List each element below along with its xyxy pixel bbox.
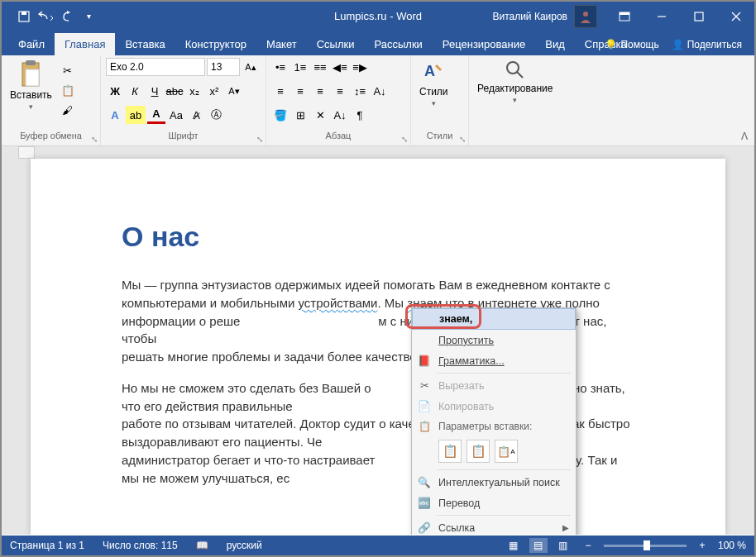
sort-az-icon[interactable]: A↓ [331, 106, 349, 124]
line-spacing-icon[interactable]: ↕≡ [351, 82, 369, 100]
change-case-icon[interactable]: Aa [167, 106, 185, 124]
align-center-icon[interactable]: ≡ [291, 82, 309, 100]
search-icon [505, 60, 526, 81]
tab-insert[interactable]: Вставка [115, 33, 175, 55]
numbering-icon[interactable]: 1≡ [291, 58, 309, 76]
ctx-translate[interactable]: 🔤Перевод [412, 493, 576, 513]
user-avatar-icon[interactable] [574, 5, 597, 28]
document-page[interactable]: О нас Мы — группа энтузиастов одержимых … [31, 159, 725, 535]
quick-access-toolbar: ▾ [2, 7, 98, 26]
font-launcher-icon[interactable]: ⤡ [256, 135, 263, 144]
editing-button[interactable]: Редактирование ▾ [474, 58, 556, 106]
text-effects-icon[interactable]: A [106, 106, 124, 124]
multilevel-icon[interactable]: ≡≡ [311, 58, 329, 76]
save-icon[interactable] [14, 7, 34, 26]
zoom-out-icon[interactable]: − [579, 538, 597, 553]
asian-layout-icon[interactable]: ✕ [311, 106, 329, 124]
tab-design[interactable]: Конструктор [175, 33, 256, 55]
borders-icon[interactable]: ⊞ [291, 106, 309, 124]
read-mode-icon[interactable]: ▦ [505, 538, 523, 553]
increase-indent-icon[interactable]: ≡▶ [351, 58, 369, 76]
qat-customize-icon[interactable]: ▾ [79, 7, 98, 26]
ctx-grammar[interactable]: 📕Грамматика... [412, 350, 576, 371]
tab-layout[interactable]: Макет [256, 33, 307, 55]
status-language[interactable]: русский [227, 540, 262, 551]
superscript-icon[interactable]: x² [205, 82, 223, 100]
chevron-down-icon: ▾ [513, 96, 517, 104]
user-name[interactable]: Виталий Каиров [492, 11, 567, 22]
ctx-suggestion[interactable]: знаем, [412, 308, 576, 330]
shrink-font-icon[interactable]: A▾ [225, 82, 243, 100]
highlight-icon[interactable]: ab [126, 106, 146, 124]
font-color-icon[interactable]: A [147, 106, 165, 124]
status-word-count[interactable]: Число слов: 115 [103, 540, 178, 551]
print-layout-icon[interactable]: ▤ [529, 538, 548, 553]
tab-file[interactable]: Файл [8, 33, 55, 55]
format-painter-icon[interactable]: 🖌 [59, 101, 77, 119]
grow-font-icon[interactable]: A▴ [242, 58, 260, 76]
ctx-copy: 📄Копировать [412, 396, 576, 417]
italic-icon[interactable]: К [126, 82, 144, 100]
bold-icon[interactable]: Ж [106, 82, 124, 100]
styles-launcher-icon[interactable]: ⤡ [459, 135, 466, 144]
paste-label: Вставить [10, 89, 52, 101]
align-right-icon[interactable]: ≡ [311, 82, 329, 100]
ctx-separator [437, 373, 571, 374]
paste-button[interactable]: Вставить ▾ [7, 58, 55, 112]
styles-button[interactable]: A Стили ▾ [416, 58, 452, 109]
clear-formatting-icon[interactable]: A̷ [187, 106, 205, 124]
strike-icon[interactable]: abc [165, 82, 184, 100]
cut-icon[interactable]: ✂ [59, 61, 77, 79]
shading-icon[interactable]: 🪣 [271, 106, 289, 124]
tab-home[interactable]: Главная [55, 33, 115, 55]
paste-keep-formatting-icon[interactable]: 📋 [438, 440, 462, 463]
zoom-in-icon[interactable]: + [693, 538, 711, 553]
font-size-select[interactable] [207, 58, 240, 76]
undo-icon[interactable] [36, 7, 55, 26]
minimize-button[interactable] [643, 2, 680, 31]
decrease-indent-icon[interactable]: ◀≡ [331, 58, 349, 76]
paragraph-launcher-icon[interactable]: ⤡ [401, 135, 408, 144]
align-left-icon[interactable]: ≡ [271, 82, 289, 100]
maximize-button[interactable] [680, 2, 717, 31]
underline-icon[interactable]: Ч [146, 82, 164, 100]
status-bar: Страница 1 из 1 Число слов: 115 📖 русски… [2, 536, 754, 555]
clipboard-launcher-icon[interactable]: ⤡ [91, 135, 98, 144]
tab-review[interactable]: Рецензирование [433, 33, 535, 55]
tab-references[interactable]: Ссылки [307, 33, 365, 55]
tab-mailings[interactable]: Рассылки [364, 33, 432, 55]
ctx-link[interactable]: 🔗Ссылка▶ [412, 517, 576, 535]
paste-text-only-icon[interactable]: 📋A [495, 440, 518, 463]
sort-icon[interactable]: A↓ [371, 82, 389, 100]
collapse-ribbon-icon[interactable]: ᐱ [741, 131, 748, 142]
zoom-slider[interactable] [604, 545, 687, 547]
grammar-error-1[interactable]: устройствами [299, 296, 378, 310]
title-bar: ▾ Lumpics.ru - Word Виталий Каиров [2, 2, 754, 31]
show-marks-icon[interactable]: ¶ [351, 106, 369, 124]
svg-text:A: A [424, 63, 435, 79]
close-button[interactable] [717, 2, 754, 31]
justify-icon[interactable]: ≡ [331, 82, 349, 100]
status-proofing-icon[interactable]: 📖 [196, 540, 208, 551]
web-layout-icon[interactable]: ▥ [554, 538, 572, 553]
enclose-icon[interactable]: Ⓐ [207, 106, 225, 124]
bullets-icon[interactable]: •≡ [271, 58, 289, 76]
share-button[interactable]: 👤Поделиться [672, 39, 742, 50]
font-name-select[interactable] [106, 58, 205, 76]
ctx-skip[interactable]: Пропустить [412, 330, 576, 350]
help-button[interactable]: 💡Помощь [605, 39, 658, 50]
document-area: О нас Мы — группа энтузиастов одержимых … [2, 146, 754, 535]
subscript-icon[interactable]: x₂ [185, 82, 203, 100]
paste-merge-icon[interactable]: 📋 [467, 440, 490, 463]
ctx-smart-lookup[interactable]: 🔍Интеллектуальный поиск [412, 472, 576, 493]
redo-icon[interactable] [57, 7, 77, 26]
editing-label: Редактирование [477, 83, 553, 94]
ruler-corner[interactable] [18, 146, 35, 159]
copy-icon[interactable]: 📋 [59, 81, 77, 99]
status-page[interactable]: Страница 1 из 1 [10, 540, 84, 551]
zoom-thumb[interactable] [644, 540, 650, 550]
ribbon-display-options-icon[interactable] [605, 2, 643, 31]
zoom-level[interactable]: 100 % [718, 540, 746, 551]
tab-view[interactable]: Вид [535, 33, 575, 55]
window-title: Lumpics.ru - Word [334, 10, 422, 22]
